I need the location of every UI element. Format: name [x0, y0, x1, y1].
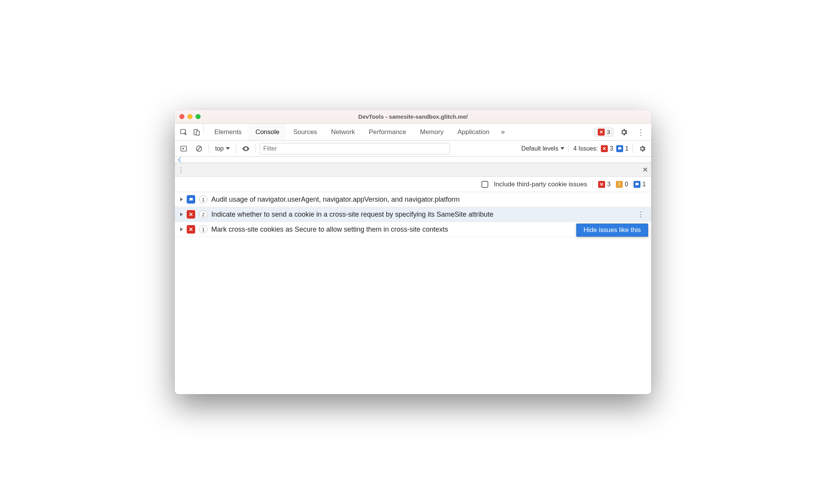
- hide-issues-menu-item[interactable]: Hide issues like this: [584, 226, 641, 234]
- chevron-down-icon: [561, 147, 564, 150]
- issue-count-pill: 1: [199, 225, 207, 233]
- main-tabbar: ElementsConsoleSourcesNetworkPerformance…: [175, 124, 651, 141]
- tab-sources[interactable]: Sources: [286, 124, 324, 140]
- disclosure-triangle-icon[interactable]: [180, 197, 183, 201]
- console-toolbar: top Default levels 4 Issues: ✕3 1: [175, 141, 651, 157]
- count: 3: [607, 181, 610, 188]
- issue-count-pill: 1: [199, 196, 207, 203]
- issues-label: 4 Issues:: [573, 145, 598, 152]
- console-prompt-strip[interactable]: [175, 157, 651, 163]
- error-count-badge[interactable]: ✕ 3: [594, 128, 614, 137]
- errors-count-pair[interactable]: ✕3: [598, 181, 610, 188]
- svg-rect-2: [196, 131, 199, 135]
- tabs-overflow-button[interactable]: »: [496, 124, 509, 140]
- info-icon: [187, 195, 195, 204]
- console-settings-icon[interactable]: [637, 143, 648, 154]
- devtools-window: DevTools - samesite-sandbox.glitch.me/ E…: [175, 110, 651, 394]
- third-party-checkbox[interactable]: [481, 181, 488, 188]
- tab-memory[interactable]: Memory: [413, 124, 450, 140]
- issues-toolbar: Include third-party cookie issues ✕3 !0 …: [175, 177, 651, 192]
- chevron-down-icon: [226, 147, 230, 150]
- issues-summary-button[interactable]: 4 Issues: ✕3 1: [568, 145, 629, 152]
- error-count: 3: [607, 129, 610, 135]
- toggle-sidebar-icon[interactable]: [178, 143, 189, 154]
- issues-list: 1Audit usage of navigator.userAgent, nav…: [175, 192, 651, 237]
- error-count: 3: [610, 145, 613, 152]
- filter-input[interactable]: [260, 143, 450, 154]
- issue-title: Mark cross-site cookies as Secure to all…: [211, 225, 448, 234]
- context-label: top: [215, 145, 224, 152]
- live-expression-icon[interactable]: [240, 143, 252, 154]
- execution-context-selector[interactable]: top: [213, 145, 232, 152]
- error-icon: ✕: [598, 129, 605, 136]
- error-icon: ✕: [187, 210, 195, 219]
- clear-console-icon[interactable]: [193, 143, 205, 154]
- disclosure-triangle-icon[interactable]: [180, 227, 183, 231]
- issue-count-pill: 2: [199, 211, 207, 218]
- context-menu: Hide issues like this: [576, 224, 648, 237]
- error-icon: ✕: [598, 181, 605, 188]
- divider: [203, 124, 204, 133]
- divider: [209, 144, 209, 153]
- info-count: 1: [625, 145, 629, 152]
- info-icon: [616, 145, 623, 152]
- issue-row[interactable]: ✕2Indicate whether to send a cookie in a…: [175, 207, 651, 222]
- tab-console[interactable]: Console: [249, 124, 286, 140]
- device-toolbar-icon[interactable]: [190, 124, 203, 140]
- tab-performance[interactable]: Performance: [362, 124, 413, 140]
- tab-network[interactable]: Network: [324, 124, 362, 140]
- error-icon: ✕: [187, 225, 195, 234]
- info-icon: [634, 181, 640, 188]
- issue-row-menu-icon[interactable]: ⋮: [636, 210, 646, 219]
- settings-gear-icon[interactable]: [617, 128, 630, 136]
- count: 1: [642, 181, 646, 188]
- more-options-icon[interactable]: ⋮: [634, 128, 647, 137]
- issue-row[interactable]: 1Audit usage of navigator.userAgent, nav…: [175, 192, 651, 207]
- window-title: DevTools - samesite-sandbox.glitch.me/: [175, 113, 651, 120]
- count: 0: [625, 181, 628, 188]
- issues-counts: ✕3 !0 1: [592, 181, 646, 188]
- issue-title: Indicate whether to send a cookie in a c…: [211, 211, 493, 219]
- close-drawer-icon[interactable]: ✕: [642, 166, 648, 174]
- panel-tabs: ElementsConsoleSourcesNetworkPerformance…: [207, 124, 496, 140]
- divider: [632, 144, 633, 153]
- log-levels-selector[interactable]: Default levels: [521, 145, 564, 152]
- divider: [255, 144, 256, 153]
- tab-elements[interactable]: Elements: [207, 124, 249, 140]
- window-titlebar: DevTools - samesite-sandbox.glitch.me/: [175, 110, 651, 124]
- levels-label: Default levels: [521, 145, 558, 152]
- inspect-element-icon[interactable]: [177, 124, 190, 140]
- error-icon: ✕: [601, 145, 608, 152]
- warning-icon: !: [616, 181, 623, 188]
- issue-title: Audit usage of navigator.userAgent, navi…: [211, 196, 459, 204]
- info-count-pair[interactable]: 1: [634, 181, 646, 188]
- third-party-label: Include third-party cookie issues: [494, 181, 587, 188]
- empty-area: [175, 237, 651, 394]
- drawer-header: ⋮ ✕: [175, 163, 651, 177]
- drawer-menu-icon[interactable]: ⋮: [178, 166, 184, 174]
- warnings-count-pair[interactable]: !0: [616, 181, 628, 188]
- tab-application[interactable]: Application: [451, 124, 496, 140]
- divider: [236, 144, 236, 153]
- disclosure-triangle-icon[interactable]: [180, 212, 183, 216]
